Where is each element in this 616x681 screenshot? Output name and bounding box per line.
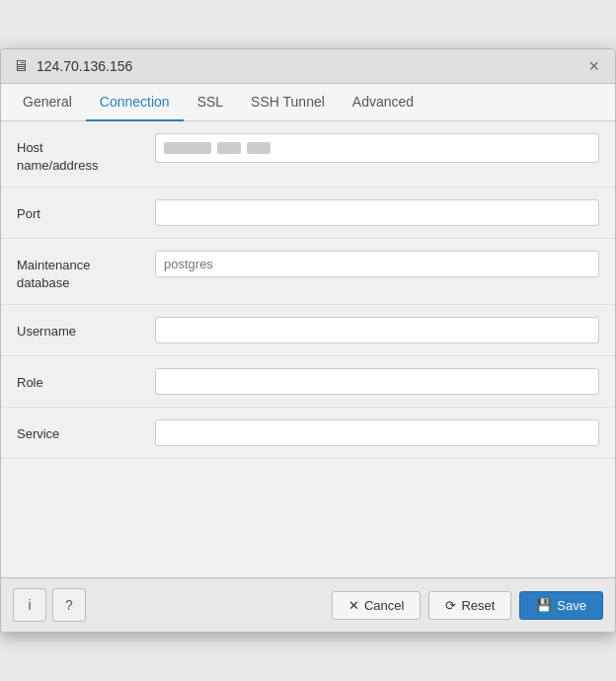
save-icon: 💾 <box>536 598 552 613</box>
port-row: Port 15432 <box>1 188 615 239</box>
save-label: Save <box>557 598 586 613</box>
content-spacer <box>1 459 615 577</box>
service-label: Service <box>17 419 155 443</box>
username-input-container: test <box>155 317 599 343</box>
tab-connection[interactable]: Connection <box>86 84 184 121</box>
reset-icon: ⟳ <box>445 598 456 613</box>
maintenance-db-input[interactable] <box>155 251 599 277</box>
tab-general[interactable]: General <box>9 84 86 121</box>
footer-left: i ? <box>13 588 86 622</box>
footer-right: ✕ Cancel ⟳ Reset 💾 Save <box>332 591 603 620</box>
host-label: Hostname/address <box>17 133 155 175</box>
title-bar: 🖥 124.70.136.156 × <box>1 49 615 84</box>
dialog: 🖥 124.70.136.156 × General Connection SS… <box>0 48 616 634</box>
footer: i ? ✕ Cancel ⟳ Reset 💾 Save <box>1 577 615 632</box>
service-input-container <box>155 419 599 446</box>
host-blur-block-2 <box>217 142 241 154</box>
tab-ssl[interactable]: SSL <box>184 84 237 121</box>
role-label: Role <box>17 368 155 392</box>
port-input[interactable]: 15432 <box>155 199 599 226</box>
host-blur-block-3 <box>247 142 270 154</box>
host-input-wrapper <box>155 133 599 163</box>
service-input[interactable] <box>155 419 599 446</box>
save-button[interactable]: 💾 Save <box>519 591 603 620</box>
server-icon: 🖥 <box>13 57 29 75</box>
cancel-icon: ✕ <box>348 598 359 613</box>
dialog-title: 124.70.136.156 <box>37 58 132 74</box>
tab-advanced[interactable]: Advanced <box>339 84 427 121</box>
form-content: Hostname/address Port 15432 Maintenanced… <box>1 121 615 578</box>
maintenance-db-row: Maintenancedatabase <box>1 239 615 305</box>
cancel-button[interactable]: ✕ Cancel <box>332 591 421 620</box>
username-input[interactable]: test <box>155 317 599 343</box>
username-label: Username <box>17 317 155 340</box>
close-button[interactable]: × <box>584 57 603 75</box>
port-label: Port <box>17 199 155 223</box>
role-input[interactable] <box>155 368 599 395</box>
port-input-container: 15432 <box>155 199 599 226</box>
reset-button[interactable]: ⟳ Reset <box>428 591 511 620</box>
cancel-label: Cancel <box>364 598 404 613</box>
host-blur-block-1 <box>164 142 211 154</box>
reset-label: Reset <box>461 598 495 613</box>
help-button[interactable]: ? <box>52 588 86 622</box>
tab-bar: General Connection SSL SSH Tunnel Advanc… <box>1 84 615 121</box>
maintenance-db-input-container <box>155 251 599 277</box>
title-bar-left: 🖥 124.70.136.156 <box>13 57 132 75</box>
tab-ssh-tunnel[interactable]: SSH Tunnel <box>237 84 339 121</box>
service-row: Service <box>1 408 615 459</box>
info-button[interactable]: i <box>13 588 46 622</box>
role-input-container <box>155 368 599 395</box>
host-display <box>155 133 599 163</box>
role-row: Role <box>1 356 615 408</box>
username-row: Username test <box>1 305 615 356</box>
maintenance-db-label: Maintenancedatabase <box>17 251 155 292</box>
host-row: Hostname/address <box>1 121 615 188</box>
